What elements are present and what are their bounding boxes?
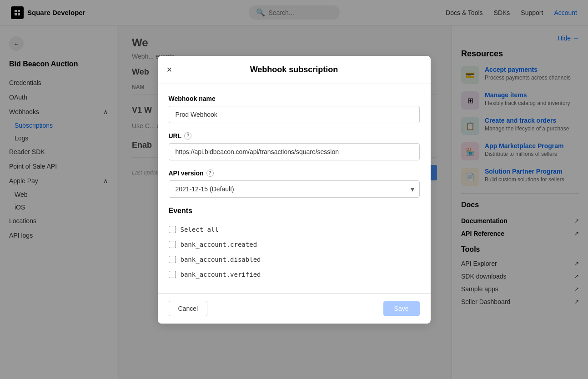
api-version-label: API version ? <box>169 170 420 177</box>
modal-body: Webhook name URL ? API version ? 2021-12… <box>158 84 431 293</box>
event-bank-created-checkbox[interactable] <box>169 241 176 248</box>
modal-cancel-button[interactable]: Cancel <box>169 301 208 316</box>
event-bank-created-label[interactable]: bank_account.created <box>181 241 257 248</box>
select-all-item: Select all <box>169 222 420 237</box>
api-version-wrapper: 2021-12-15 (Default) ▾ <box>169 180 420 198</box>
modal-header: × Webhook subscription <box>158 56 431 84</box>
api-version-help-icon[interactable]: ? <box>206 170 214 177</box>
url-help-icon[interactable]: ? <box>184 132 191 140</box>
webhook-name-input[interactable] <box>169 106 420 123</box>
event-bank-created: bank_account.created <box>169 237 420 252</box>
select-all-label[interactable]: Select all <box>181 226 219 233</box>
event-bank-disabled: bank_account.disabled <box>169 252 420 267</box>
event-bank-verified-checkbox[interactable] <box>169 271 176 278</box>
url-input[interactable] <box>169 143 420 160</box>
webhook-name-label: Webhook name <box>169 95 420 102</box>
modal-close-button[interactable]: × <box>167 65 172 74</box>
modal-overlay[interactable]: × Webhook subscription Webhook name URL … <box>0 0 588 379</box>
modal-title: Webhook subscription <box>250 65 338 75</box>
event-bank-disabled-label[interactable]: bank_account.disabled <box>181 256 261 263</box>
events-label: Events <box>169 207 420 215</box>
event-bank-verified-label[interactable]: bank_account.verified <box>181 271 261 278</box>
modal: × Webhook subscription Webhook name URL … <box>158 56 431 324</box>
modal-save-button[interactable]: Save <box>383 301 420 316</box>
modal-footer: Cancel Save <box>158 293 431 324</box>
select-all-checkbox[interactable] <box>169 226 176 233</box>
api-version-select[interactable]: 2021-12-15 (Default) <box>169 180 420 198</box>
event-bank-verified: bank_account.verified <box>169 267 420 282</box>
url-label: URL ? <box>169 132 420 140</box>
event-bank-disabled-checkbox[interactable] <box>169 256 176 263</box>
